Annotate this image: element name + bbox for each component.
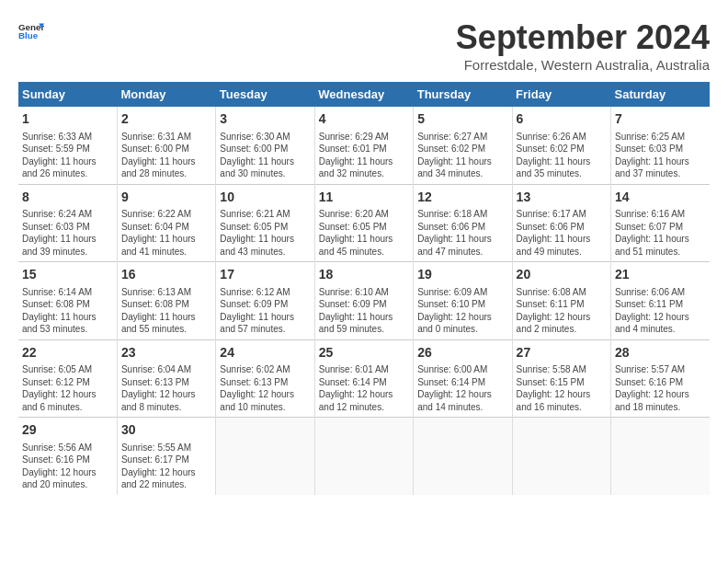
table-row [216, 418, 314, 495]
day-info: Sunrise: 5:55 AM Sunset: 6:17 PM Dayligh… [121, 442, 211, 491]
table-row: 4Sunrise: 6:29 AM Sunset: 6:01 PM Daylig… [314, 107, 413, 184]
day-info: Sunrise: 6:24 AM Sunset: 6:03 PM Dayligh… [22, 208, 113, 258]
table-row: 16Sunrise: 6:13 AM Sunset: 6:08 PM Dayli… [117, 262, 215, 340]
table-row: 20Sunrise: 6:08 AM Sunset: 6:11 PM Dayli… [512, 262, 610, 340]
calendar-week-row: 15Sunrise: 6:14 AM Sunset: 6:08 PM Dayli… [18, 262, 710, 340]
calendar-week-row: 29Sunrise: 5:56 AM Sunset: 6:16 PM Dayli… [18, 418, 710, 495]
day-info: Sunrise: 6:16 AM Sunset: 6:07 PM Dayligh… [615, 208, 706, 258]
day-info: Sunrise: 6:20 AM Sunset: 6:05 PM Dayligh… [319, 208, 409, 258]
table-row: 24Sunrise: 6:02 AM Sunset: 6:13 PM Dayli… [216, 339, 314, 418]
day-info: Sunrise: 6:05 AM Sunset: 6:12 PM Dayligh… [22, 363, 113, 413]
day-info: Sunrise: 6:10 AM Sunset: 6:09 PM Dayligh… [319, 286, 409, 336]
table-row: 29Sunrise: 5:56 AM Sunset: 6:16 PM Dayli… [18, 418, 117, 495]
col-thursday: Thursday [414, 82, 512, 107]
table-row: 22Sunrise: 6:05 AM Sunset: 6:12 PM Dayli… [18, 339, 117, 418]
table-row: 17Sunrise: 6:12 AM Sunset: 6:09 PM Dayli… [216, 262, 314, 340]
col-friday: Friday [512, 82, 610, 107]
day-number: 24 [220, 344, 310, 362]
day-number: 5 [417, 110, 507, 129]
svg-text:Blue: Blue [18, 30, 39, 40]
day-number: 10 [220, 189, 310, 207]
day-info: Sunrise: 6:02 AM Sunset: 6:13 PM Dayligh… [220, 363, 310, 413]
day-number: 19 [417, 266, 507, 284]
table-row: 1Sunrise: 6:33 AM Sunset: 5:59 PM Daylig… [18, 107, 117, 184]
header-row: Sunday Monday Tuesday Wednesday Thursday… [18, 82, 710, 107]
day-number: 28 [615, 344, 706, 362]
day-number: 16 [121, 266, 211, 284]
day-info: Sunrise: 6:21 AM Sunset: 6:05 PM Dayligh… [220, 208, 310, 258]
table-row: 27Sunrise: 5:58 AM Sunset: 6:15 PM Dayli… [512, 339, 610, 418]
day-info: Sunrise: 6:12 AM Sunset: 6:09 PM Dayligh… [220, 286, 310, 336]
table-row: 13Sunrise: 6:17 AM Sunset: 6:06 PM Dayli… [512, 184, 610, 262]
day-number: 12 [417, 189, 507, 207]
day-info: Sunrise: 6:26 AM Sunset: 6:02 PM Dayligh… [517, 131, 607, 180]
day-info: Sunrise: 6:33 AM Sunset: 5:59 PM Dayligh… [22, 131, 113, 180]
table-row: 21Sunrise: 6:06 AM Sunset: 6:11 PM Dayli… [611, 262, 710, 340]
day-info: Sunrise: 5:58 AM Sunset: 6:15 PM Dayligh… [517, 363, 607, 413]
day-number: 8 [22, 189, 113, 207]
calendar-table: Sunday Monday Tuesday Wednesday Thursday… [18, 82, 710, 495]
page-header: General Blue September 2024 Forrestdale,… [18, 18, 710, 73]
table-row: 11Sunrise: 6:20 AM Sunset: 6:05 PM Dayli… [314, 184, 413, 262]
table-row [414, 418, 512, 495]
title-block: September 2024 Forrestdale, Western Aust… [456, 18, 710, 73]
day-info: Sunrise: 6:29 AM Sunset: 6:01 PM Dayligh… [319, 131, 409, 180]
table-row: 19Sunrise: 6:09 AM Sunset: 6:10 PM Dayli… [414, 262, 512, 340]
day-info: Sunrise: 6:08 AM Sunset: 6:11 PM Dayligh… [517, 286, 607, 336]
day-number: 7 [615, 110, 706, 129]
table-row: 30Sunrise: 5:55 AM Sunset: 6:17 PM Dayli… [117, 418, 215, 495]
day-info: Sunrise: 5:57 AM Sunset: 6:16 PM Dayligh… [615, 363, 706, 413]
table-row: 28Sunrise: 5:57 AM Sunset: 6:16 PM Dayli… [611, 339, 710, 418]
col-saturday: Saturday [611, 82, 710, 107]
table-row: 18Sunrise: 6:10 AM Sunset: 6:09 PM Dayli… [314, 262, 413, 340]
day-number: 18 [319, 266, 409, 284]
day-number: 15 [22, 266, 113, 284]
table-row: 14Sunrise: 6:16 AM Sunset: 6:07 PM Dayli… [611, 184, 710, 262]
day-number: 4 [319, 110, 409, 129]
day-number: 14 [615, 189, 706, 207]
day-info: Sunrise: 6:09 AM Sunset: 6:10 PM Dayligh… [417, 286, 507, 336]
table-row [314, 418, 413, 495]
day-info: Sunrise: 6:27 AM Sunset: 6:02 PM Dayligh… [417, 131, 507, 180]
month-title: September 2024 [456, 18, 710, 57]
day-info: Sunrise: 5:56 AM Sunset: 6:16 PM Dayligh… [22, 442, 113, 491]
day-info: Sunrise: 6:00 AM Sunset: 6:14 PM Dayligh… [417, 363, 507, 413]
day-number: 6 [517, 110, 607, 129]
day-number: 30 [121, 421, 211, 440]
day-number: 20 [517, 266, 607, 284]
day-info: Sunrise: 6:22 AM Sunset: 6:04 PM Dayligh… [121, 208, 211, 258]
table-row: 26Sunrise: 6:00 AM Sunset: 6:14 PM Dayli… [414, 339, 512, 418]
table-row: 8Sunrise: 6:24 AM Sunset: 6:03 PM Daylig… [18, 184, 117, 262]
day-number: 3 [220, 110, 310, 129]
table-row [512, 418, 610, 495]
logo: General Blue [18, 18, 44, 44]
day-number: 11 [319, 189, 409, 207]
day-info: Sunrise: 6:25 AM Sunset: 6:03 PM Dayligh… [615, 131, 706, 180]
day-number: 22 [22, 344, 113, 362]
day-number: 29 [22, 421, 113, 440]
day-info: Sunrise: 6:13 AM Sunset: 6:08 PM Dayligh… [121, 286, 211, 336]
day-number: 23 [121, 344, 211, 362]
day-number: 17 [220, 266, 310, 284]
table-row: 2Sunrise: 6:31 AM Sunset: 6:00 PM Daylig… [117, 107, 215, 184]
table-row: 9Sunrise: 6:22 AM Sunset: 6:04 PM Daylig… [117, 184, 215, 262]
logo-icon: General Blue [18, 18, 44, 44]
table-row: 6Sunrise: 6:26 AM Sunset: 6:02 PM Daylig… [512, 107, 610, 184]
table-row: 15Sunrise: 6:14 AM Sunset: 6:08 PM Dayli… [18, 262, 117, 340]
day-number: 1 [22, 110, 113, 129]
day-info: Sunrise: 6:06 AM Sunset: 6:11 PM Dayligh… [615, 286, 706, 336]
table-row: 23Sunrise: 6:04 AM Sunset: 6:13 PM Dayli… [117, 339, 215, 418]
col-sunday: Sunday [18, 82, 117, 107]
day-number: 13 [517, 189, 607, 207]
table-row: 10Sunrise: 6:21 AM Sunset: 6:05 PM Dayli… [216, 184, 314, 262]
table-row [611, 418, 710, 495]
day-number: 21 [615, 266, 706, 284]
table-row: 12Sunrise: 6:18 AM Sunset: 6:06 PM Dayli… [414, 184, 512, 262]
calendar-week-row: 1Sunrise: 6:33 AM Sunset: 5:59 PM Daylig… [18, 107, 710, 184]
day-number: 27 [517, 344, 607, 362]
col-tuesday: Tuesday [216, 82, 314, 107]
location-subtitle: Forrestdale, Western Australia, Australi… [456, 57, 710, 73]
day-info: Sunrise: 6:17 AM Sunset: 6:06 PM Dayligh… [517, 208, 607, 258]
day-info: Sunrise: 6:01 AM Sunset: 6:14 PM Dayligh… [319, 363, 409, 413]
table-row: 25Sunrise: 6:01 AM Sunset: 6:14 PM Dayli… [314, 339, 413, 418]
